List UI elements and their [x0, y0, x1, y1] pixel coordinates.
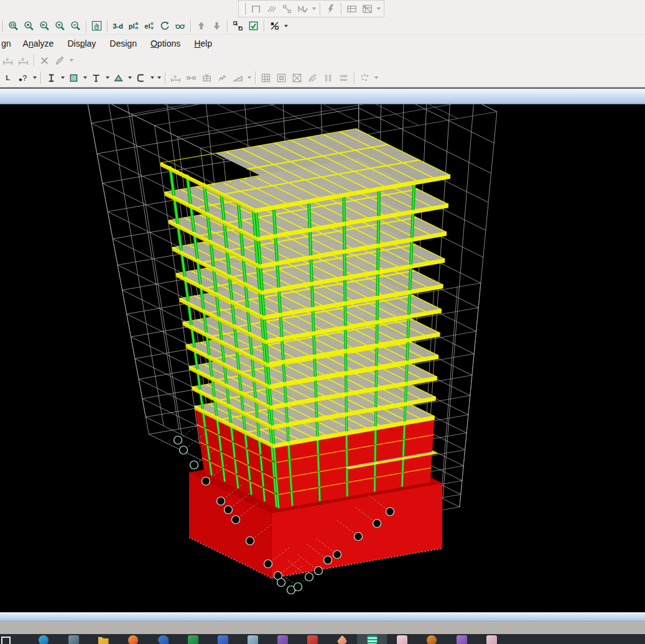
menu-design[interactable]: Design — [103, 35, 144, 52]
tools-dropdown[interactable] — [373, 71, 379, 85]
taskbar-store-icon-glyph — [277, 635, 288, 644]
taskbar-etabs-active-icon[interactable] — [357, 634, 387, 644]
elevation-view-button[interactable]: elev — [142, 19, 156, 33]
menu-display[interactable]: Display — [60, 35, 103, 52]
point-object-info-icon[interactable] — [16, 71, 30, 85]
menu-options[interactable]: Options — [144, 35, 187, 52]
assign-lateral-load-icon[interactable] — [215, 71, 230, 85]
taskbar-chrome-icon-glyph — [128, 635, 138, 644]
sections-more-dropdown[interactable] — [155, 71, 162, 85]
display-scale-icon[interactable] — [267, 19, 282, 33]
tee-section-dropdown[interactable] — [104, 71, 111, 85]
building-3d-model — [0, 104, 645, 612]
tables-dropdown[interactable] — [375, 2, 382, 16]
taskbar-pink2-app-icon[interactable] — [476, 634, 506, 644]
deck-section-dropdown[interactable] — [126, 71, 133, 85]
merge-area-icon[interactable] — [290, 71, 304, 85]
move-up-story-icon[interactable] — [194, 19, 208, 33]
taskbar-word-icon[interactable] — [208, 634, 238, 644]
draw-portal-frame-icon[interactable] — [249, 2, 263, 16]
assign-link-icon[interactable] — [184, 71, 198, 85]
taskbar-purple-app-icon-glyph — [457, 635, 467, 644]
channel-section-dropdown[interactable] — [149, 71, 155, 85]
assign-dropdown[interactable] — [68, 53, 75, 67]
shrink-objects-icon[interactable] — [231, 19, 245, 33]
clear-assignment-icon[interactable] — [37, 53, 52, 68]
taskbar-folder-icon-glyph — [98, 635, 109, 644]
moment-diagram-icon[interactable] — [295, 2, 310, 16]
menu-analyze[interactable]: Analyze — [16, 35, 61, 52]
assign-joint-spring-icon[interactable] — [16, 53, 30, 68]
export-tables-icon[interactable] — [360, 2, 374, 16]
paint-assignment-icon[interactable] — [53, 53, 67, 68]
frame-section-dropdown[interactable] — [59, 71, 66, 85]
previous-zoom-icon[interactable] — [37, 19, 52, 33]
menu-help[interactable]: Help — [187, 35, 219, 52]
frame-section-icon[interactable] — [44, 71, 58, 85]
taskbar-orange-app-icon[interactable] — [417, 634, 447, 644]
taskbar-briefcase-icon[interactable] — [58, 634, 88, 644]
set-view-options-icon[interactable] — [246, 19, 261, 33]
taskbar-excel-icon[interactable] — [178, 634, 208, 644]
taskbar-store-icon[interactable] — [267, 634, 297, 644]
loads-dropdown[interactable] — [246, 71, 253, 85]
draw-joint-frame-icon[interactable] — [280, 2, 294, 16]
taskbar-drive-icon[interactable] — [148, 634, 178, 644]
toolbar-view: 3-dplanelev — [0, 17, 645, 35]
rubber-band-zoom-icon[interactable] — [6, 19, 21, 33]
tee-section-icon[interactable] — [89, 71, 103, 85]
model-window-titlebar[interactable] — [0, 88, 645, 104]
divide-area-icon[interactable] — [274, 71, 289, 85]
zoom-in-icon[interactable] — [53, 19, 67, 33]
menu-assign-partial[interactable]: gn — [0, 35, 16, 52]
cut-off-icon[interactable]: L — [1, 71, 15, 85]
separator — [341, 2, 341, 15]
display-tables-icon[interactable] — [345, 2, 359, 16]
taskbar-edge-icon-glyph — [39, 635, 49, 644]
toolbar-floating-top-row — [0, 0, 645, 17]
area-spring-icon[interactable] — [305, 71, 320, 85]
assign-ramp-icon[interactable] — [231, 71, 245, 85]
plan-view-button[interactable]: plan — [126, 19, 141, 33]
spandrel-label-icon[interactable] — [336, 71, 351, 85]
pan-icon[interactable] — [90, 19, 104, 33]
taskbar-chrome-icon[interactable] — [118, 634, 148, 644]
area-section-dropdown[interactable] — [81, 71, 88, 85]
restore-full-view-icon[interactable] — [22, 19, 36, 33]
assign-frame-load-icon[interactable] — [200, 71, 214, 85]
assign-point-load-icon[interactable] — [169, 71, 183, 85]
taskbar-reader-icon[interactable] — [297, 634, 327, 644]
taskbar-drive-icon-glyph — [158, 635, 169, 644]
rotate-view-icon[interactable] — [157, 19, 172, 33]
start-button[interactable] — [0, 634, 12, 644]
taskbar-notepad-icon[interactable] — [238, 634, 267, 644]
zoom-out-icon[interactable] — [68, 19, 83, 33]
mesh-edit-icon[interactable] — [259, 71, 273, 85]
separator — [2, 20, 3, 32]
taskbar-photos-icon[interactable] — [327, 634, 357, 644]
etabs-application-window: 3-dplanelev gnAnalyzeDisplayDesignOption… — [0, 0, 645, 644]
run-analysis-icon[interactable] — [323, 2, 338, 16]
draw-braced-frame-icon[interactable] — [264, 2, 279, 16]
move-down-story-icon[interactable] — [210, 19, 224, 33]
model-viewport[interactable] — [0, 104, 645, 612]
model-window-bottom-bar — [0, 612, 645, 622]
status-bar — [0, 622, 645, 635]
channel-section-icon[interactable] — [134, 71, 148, 85]
deck-section-icon[interactable] — [111, 71, 126, 85]
pier-label-icon[interactable] — [321, 71, 335, 85]
taskbar-pink-app-icon[interactable] — [387, 634, 417, 644]
taskbar-purple-app-icon[interactable] — [447, 634, 476, 644]
taskbar-pink2-app-icon-glyph — [486, 635, 497, 644]
area-section-icon[interactable] — [67, 71, 81, 85]
taskbar-folder-icon[interactable] — [88, 634, 118, 644]
more-tools-icon[interactable] — [358, 71, 372, 85]
moment-diagram-dropdown[interactable] — [310, 2, 317, 16]
perspective-toggle-icon[interactable] — [173, 19, 187, 33]
view-3d-button[interactable]: 3-d — [111, 19, 125, 33]
separator — [107, 20, 108, 32]
assign-joint-restraint-icon[interactable] — [1, 53, 15, 68]
view-more-dropdown[interactable] — [282, 19, 289, 33]
point-info-dropdown[interactable] — [31, 71, 38, 85]
taskbar-edge-icon[interactable] — [29, 634, 58, 644]
